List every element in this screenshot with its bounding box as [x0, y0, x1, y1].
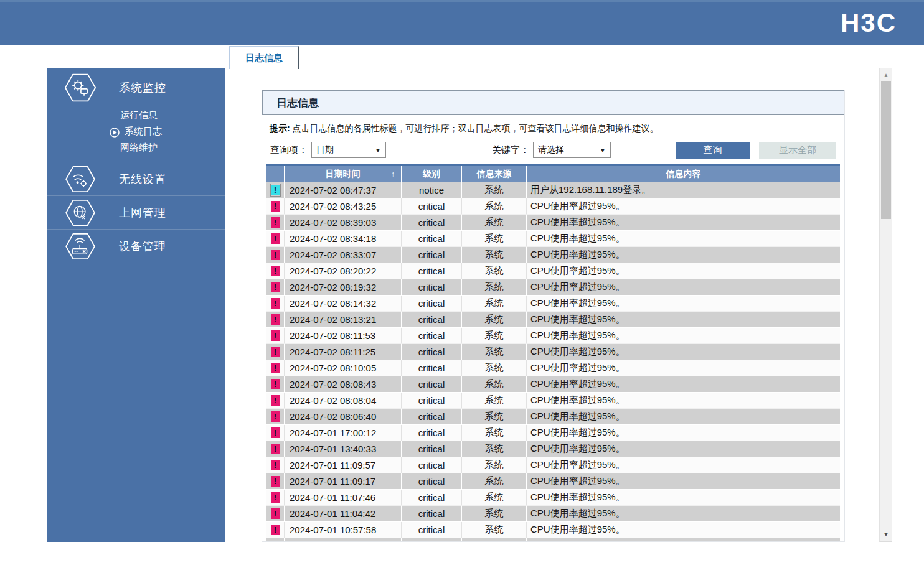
tab-log-info[interactable]: 日志信息	[229, 46, 299, 69]
scroll-up-icon[interactable]: ▲	[880, 68, 892, 81]
table-row[interactable]: ! 2024-07-02 08:19:32 critical 系统 CPU使用率…	[266, 279, 840, 296]
table-row[interactable]: ! 2024-07-02 08:33:07 critical 系统 CPU使用率…	[266, 247, 840, 263]
tab-label: 日志信息	[245, 52, 283, 64]
table-row[interactable]: ! 2024-07-01 10:43:03 critical 系统 CPU使用率…	[266, 538, 840, 542]
query-toolbar: 查询项： 日期 ▼ 关键字： 请选择 ▼ 查询 显示全部	[262, 141, 844, 159]
cell-datetime: 2024-07-02 08:11:25	[285, 344, 402, 360]
sidebar-item-internet-management[interactable]: 上网管理	[47, 196, 225, 229]
cell-source: 系统	[462, 425, 527, 441]
column-header-message[interactable]: 信息内容	[527, 166, 840, 182]
cell-level: critical	[402, 328, 462, 343]
query-field-select[interactable]: 日期 ▼	[311, 142, 386, 158]
cell-source: 系统	[462, 538, 527, 542]
table-row[interactable]: ! 2024-07-02 08:11:53 critical 系统 CPU使用率…	[266, 328, 840, 344]
cell-datetime: 2024-07-01 11:04:42	[285, 506, 402, 521]
table-row[interactable]: ! 2024-07-01 11:04:42 critical 系统 CPU使用率…	[266, 506, 840, 522]
cell-source: 系统	[462, 376, 527, 392]
table-row[interactable]: ! 2024-07-02 08:14:32 critical 系统 CPU使用率…	[266, 296, 840, 312]
table-row[interactable]: ! 2024-07-02 08:34:18 critical 系统 CPU使用率…	[266, 231, 840, 247]
column-header-source[interactable]: 信息来源	[462, 166, 527, 182]
cell-source: 系统	[462, 279, 527, 295]
table-row[interactable]: ! 2024-07-02 08:13:21 critical 系统 CPU使用率…	[266, 312, 840, 328]
table-row[interactable]: ! 2024-07-02 08:11:25 critical 系统 CPU使用率…	[266, 344, 840, 360]
cell-message: CPU使用率超过95%。	[527, 490, 840, 505]
cell-message: CPU使用率超过95%。	[527, 376, 840, 392]
severity-icon: !	[271, 444, 280, 454]
column-header-level[interactable]: 级别	[402, 166, 462, 182]
cell-level: critical	[402, 247, 462, 263]
table-row[interactable]: ! 2024-07-01 11:09:17 critical 系统 CPU使用率…	[266, 473, 840, 490]
severity-icon: !	[271, 330, 280, 341]
dropdown-arrow-icon: ▼	[375, 147, 381, 154]
table-row[interactable]: ! 2024-07-02 08:08:43 critical 系统 CPU使用率…	[266, 376, 840, 393]
cell-level: critical	[402, 376, 462, 392]
cell-level: critical	[402, 457, 462, 473]
sidebar-item-wireless-settings[interactable]: 无线设置	[47, 162, 225, 195]
cell-source: 系统	[462, 328, 527, 343]
cell-source: 系统	[462, 198, 527, 214]
sidebar-item-system-monitor[interactable]: 系统监控	[47, 68, 225, 107]
scrollbar-thumb[interactable]	[881, 81, 891, 219]
cell-datetime: 2024-07-02 08:11:53	[285, 328, 402, 343]
search-button[interactable]: 查询	[676, 142, 750, 159]
cell-datetime: 2024-07-02 08:13:21	[285, 312, 402, 327]
cell-message: CPU使用率超过95%。	[527, 231, 840, 246]
severity-icon: !	[271, 282, 280, 292]
severity-icon: !	[271, 363, 280, 373]
cell-level: critical	[402, 425, 462, 441]
cell-datetime: 2024-07-01 13:40:33	[285, 441, 402, 457]
sidebar-subitem-network-maintenance[interactable]: 网络维护	[47, 139, 225, 156]
sidebar-item-device-management[interactable]: 设备管理	[47, 230, 225, 263]
cell-level: critical	[402, 296, 462, 311]
cell-datetime: 2024-07-02 08:14:32	[285, 296, 402, 311]
severity-icon: !	[271, 185, 280, 195]
table-row[interactable]: ! 2024-07-02 08:47:37 notice 系统 用户从192.1…	[266, 182, 840, 198]
severity-icon: !	[271, 411, 280, 422]
severity-icon: !	[271, 314, 280, 325]
cell-level: critical	[402, 344, 462, 360]
severity-icon: !	[271, 201, 280, 212]
sidebar-subitem-system-log[interactable]: 系统日志	[47, 123, 225, 139]
cell-source: 系统	[462, 506, 527, 521]
cell-level: critical	[402, 506, 462, 521]
cell-message: CPU使用率超过95%。	[527, 473, 840, 489]
scroll-down-icon[interactable]: ▼	[880, 528, 892, 540]
internet-icon	[64, 199, 97, 226]
table-row[interactable]: ! 2024-07-02 08:20:22 critical 系统 CPU使用率…	[266, 263, 840, 279]
cell-source: 系统	[462, 344, 527, 360]
cell-datetime: 2024-07-02 08:19:32	[285, 279, 402, 295]
cell-datetime: 2024-07-02 08:08:43	[285, 376, 402, 392]
cell-level: critical	[402, 215, 462, 230]
query-field-label: 查询项：	[270, 144, 308, 156]
table-row[interactable]: ! 2024-07-02 08:06:40 critical 系统 CPU使用率…	[266, 409, 840, 425]
table-row[interactable]: ! 2024-07-02 08:08:04 critical 系统 CPU使用率…	[266, 393, 840, 409]
table-row[interactable]: ! 2024-07-02 08:10:05 critical 系统 CPU使用率…	[266, 360, 840, 376]
cell-level: critical	[402, 522, 462, 538]
table-row[interactable]: ! 2024-07-02 08:43:25 critical 系统 CPU使用率…	[266, 198, 840, 215]
sidebar-subitem-running-info[interactable]: 运行信息	[47, 107, 225, 123]
severity-icon: !	[271, 508, 280, 519]
cell-level: critical	[402, 473, 462, 489]
cell-message: 用户从192.168.11.189登录。	[527, 182, 840, 198]
severity-icon: !	[271, 541, 280, 542]
cell-source: 系统	[462, 457, 527, 473]
severity-icon: !	[271, 525, 280, 535]
column-header-datetime[interactable]: 日期时间 ↑	[285, 166, 402, 182]
subitem-label: 运行信息	[120, 110, 158, 120]
cell-level: critical	[402, 279, 462, 295]
subitem-label: 系统日志	[125, 126, 162, 136]
table-row[interactable]: ! 2024-07-01 11:09:57 critical 系统 CPU使用率…	[266, 457, 840, 473]
table-row[interactable]: ! 2024-07-01 10:57:58 critical 系统 CPU使用率…	[266, 522, 840, 538]
cell-datetime: 2024-07-01 11:07:46	[285, 490, 402, 505]
keyword-select[interactable]: 请选择 ▼	[533, 142, 611, 158]
log-table-body: ! 2024-07-02 08:47:37 notice 系统 用户从192.1…	[266, 182, 840, 542]
cell-datetime: 2024-07-02 08:10:05	[285, 360, 402, 376]
table-row[interactable]: ! 2024-07-02 08:39:03 critical 系统 CPU使用率…	[266, 215, 840, 231]
subitem-label: 网络维护	[120, 142, 158, 152]
cell-message: CPU使用率超过95%。	[527, 393, 840, 408]
keyword-value: 请选择	[538, 144, 564, 156]
show-all-button[interactable]: 显示全部	[759, 142, 836, 159]
table-row[interactable]: ! 2024-07-01 13:40:33 critical 系统 CPU使用率…	[266, 441, 840, 457]
table-row[interactable]: ! 2024-07-01 11:07:46 critical 系统 CPU使用率…	[266, 490, 840, 506]
table-row[interactable]: ! 2024-07-01 17:00:12 critical 系统 CPU使用率…	[266, 425, 840, 441]
